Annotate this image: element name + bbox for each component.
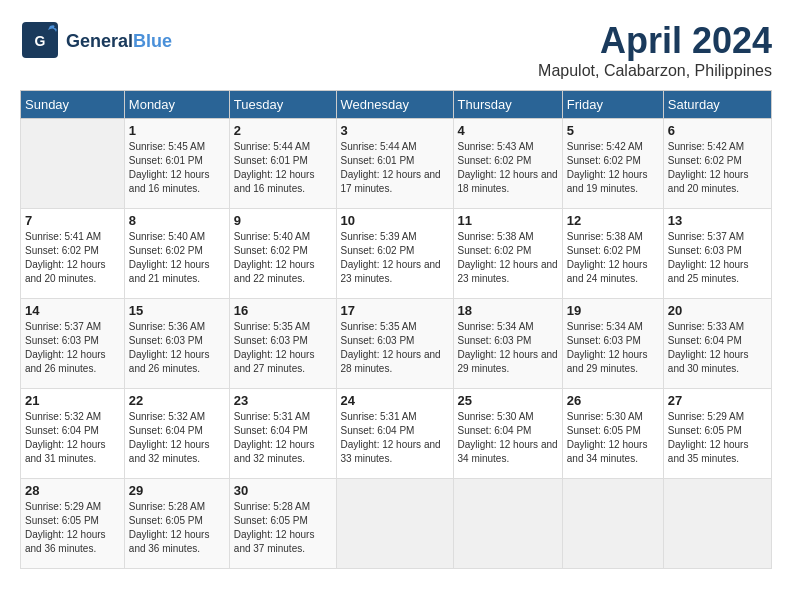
svg-text:G: G [35,33,46,49]
day-number: 8 [129,213,225,228]
day-number: 21 [25,393,120,408]
day-number: 27 [668,393,767,408]
day-info: Sunrise: 5:38 AMSunset: 6:02 PMDaylight:… [458,230,558,286]
day-cell: 17Sunrise: 5:35 AMSunset: 6:03 PMDayligh… [336,299,453,389]
day-cell: 13Sunrise: 5:37 AMSunset: 6:03 PMDayligh… [663,209,771,299]
day-info: Sunrise: 5:37 AMSunset: 6:03 PMDaylight:… [25,320,120,376]
day-info: Sunrise: 5:40 AMSunset: 6:02 PMDaylight:… [129,230,225,286]
title-section: April 2024 Mapulot, Calabarzon, Philippi… [538,20,772,80]
day-cell: 16Sunrise: 5:35 AMSunset: 6:03 PMDayligh… [229,299,336,389]
week-row-1: 1Sunrise: 5:45 AMSunset: 6:01 PMDaylight… [21,119,772,209]
day-info: Sunrise: 5:28 AMSunset: 6:05 PMDaylight:… [234,500,332,556]
day-cell [21,119,125,209]
day-cell [336,479,453,569]
day-cell: 24Sunrise: 5:31 AMSunset: 6:04 PMDayligh… [336,389,453,479]
day-info: Sunrise: 5:32 AMSunset: 6:04 PMDaylight:… [25,410,120,466]
day-info: Sunrise: 5:29 AMSunset: 6:05 PMDaylight:… [668,410,767,466]
day-cell: 29Sunrise: 5:28 AMSunset: 6:05 PMDayligh… [124,479,229,569]
day-number: 6 [668,123,767,138]
day-cell: 8Sunrise: 5:40 AMSunset: 6:02 PMDaylight… [124,209,229,299]
day-info: Sunrise: 5:44 AMSunset: 6:01 PMDaylight:… [234,140,332,196]
day-cell: 27Sunrise: 5:29 AMSunset: 6:05 PMDayligh… [663,389,771,479]
day-cell: 12Sunrise: 5:38 AMSunset: 6:02 PMDayligh… [562,209,663,299]
day-number: 12 [567,213,659,228]
day-number: 14 [25,303,120,318]
day-number: 29 [129,483,225,498]
day-info: Sunrise: 5:34 AMSunset: 6:03 PMDaylight:… [458,320,558,376]
day-number: 25 [458,393,558,408]
day-info: Sunrise: 5:38 AMSunset: 6:02 PMDaylight:… [567,230,659,286]
day-info: Sunrise: 5:31 AMSunset: 6:04 PMDaylight:… [234,410,332,466]
location: Mapulot, Calabarzon, Philippines [538,62,772,80]
header-friday: Friday [562,91,663,119]
day-cell: 18Sunrise: 5:34 AMSunset: 6:03 PMDayligh… [453,299,562,389]
day-cell: 6Sunrise: 5:42 AMSunset: 6:02 PMDaylight… [663,119,771,209]
day-number: 13 [668,213,767,228]
calendar-table: SundayMondayTuesdayWednesdayThursdayFrid… [20,90,772,569]
logo-general: General [66,31,133,51]
month-title: April 2024 [538,20,772,62]
day-cell: 11Sunrise: 5:38 AMSunset: 6:02 PMDayligh… [453,209,562,299]
day-cell: 4Sunrise: 5:43 AMSunset: 6:02 PMDaylight… [453,119,562,209]
day-cell: 30Sunrise: 5:28 AMSunset: 6:05 PMDayligh… [229,479,336,569]
week-row-3: 14Sunrise: 5:37 AMSunset: 6:03 PMDayligh… [21,299,772,389]
day-info: Sunrise: 5:42 AMSunset: 6:02 PMDaylight:… [567,140,659,196]
day-info: Sunrise: 5:33 AMSunset: 6:04 PMDaylight:… [668,320,767,376]
header-thursday: Thursday [453,91,562,119]
day-number: 30 [234,483,332,498]
day-cell: 1Sunrise: 5:45 AMSunset: 6:01 PMDaylight… [124,119,229,209]
day-number: 7 [25,213,120,228]
day-info: Sunrise: 5:36 AMSunset: 6:03 PMDaylight:… [129,320,225,376]
day-number: 19 [567,303,659,318]
day-number: 5 [567,123,659,138]
calendar-header-row: SundayMondayTuesdayWednesdayThursdayFrid… [21,91,772,119]
day-info: Sunrise: 5:40 AMSunset: 6:02 PMDaylight:… [234,230,332,286]
day-cell: 9Sunrise: 5:40 AMSunset: 6:02 PMDaylight… [229,209,336,299]
day-number: 11 [458,213,558,228]
day-info: Sunrise: 5:37 AMSunset: 6:03 PMDaylight:… [668,230,767,286]
logo-blue: Blue [133,31,172,51]
day-cell: 10Sunrise: 5:39 AMSunset: 6:02 PMDayligh… [336,209,453,299]
day-info: Sunrise: 5:30 AMSunset: 6:04 PMDaylight:… [458,410,558,466]
day-info: Sunrise: 5:35 AMSunset: 6:03 PMDaylight:… [341,320,449,376]
day-info: Sunrise: 5:42 AMSunset: 6:02 PMDaylight:… [668,140,767,196]
day-number: 20 [668,303,767,318]
day-number: 16 [234,303,332,318]
day-number: 28 [25,483,120,498]
day-number: 17 [341,303,449,318]
day-cell: 3Sunrise: 5:44 AMSunset: 6:01 PMDaylight… [336,119,453,209]
day-info: Sunrise: 5:35 AMSunset: 6:03 PMDaylight:… [234,320,332,376]
header-sunday: Sunday [21,91,125,119]
day-cell: 19Sunrise: 5:34 AMSunset: 6:03 PMDayligh… [562,299,663,389]
day-info: Sunrise: 5:32 AMSunset: 6:04 PMDaylight:… [129,410,225,466]
day-info: Sunrise: 5:45 AMSunset: 6:01 PMDaylight:… [129,140,225,196]
day-number: 24 [341,393,449,408]
day-info: Sunrise: 5:41 AMSunset: 6:02 PMDaylight:… [25,230,120,286]
header-saturday: Saturday [663,91,771,119]
day-cell: 15Sunrise: 5:36 AMSunset: 6:03 PMDayligh… [124,299,229,389]
day-cell: 22Sunrise: 5:32 AMSunset: 6:04 PMDayligh… [124,389,229,479]
logo: G GeneralBlue [20,20,172,64]
day-info: Sunrise: 5:44 AMSunset: 6:01 PMDaylight:… [341,140,449,196]
day-number: 15 [129,303,225,318]
day-cell [453,479,562,569]
day-number: 10 [341,213,449,228]
day-info: Sunrise: 5:30 AMSunset: 6:05 PMDaylight:… [567,410,659,466]
header-wednesday: Wednesday [336,91,453,119]
day-cell: 20Sunrise: 5:33 AMSunset: 6:04 PMDayligh… [663,299,771,389]
day-number: 9 [234,213,332,228]
day-number: 22 [129,393,225,408]
day-number: 1 [129,123,225,138]
day-info: Sunrise: 5:29 AMSunset: 6:05 PMDaylight:… [25,500,120,556]
day-number: 2 [234,123,332,138]
day-cell [663,479,771,569]
week-row-4: 21Sunrise: 5:32 AMSunset: 6:04 PMDayligh… [21,389,772,479]
day-cell: 28Sunrise: 5:29 AMSunset: 6:05 PMDayligh… [21,479,125,569]
day-info: Sunrise: 5:31 AMSunset: 6:04 PMDaylight:… [341,410,449,466]
week-row-5: 28Sunrise: 5:29 AMSunset: 6:05 PMDayligh… [21,479,772,569]
day-cell: 2Sunrise: 5:44 AMSunset: 6:01 PMDaylight… [229,119,336,209]
day-number: 26 [567,393,659,408]
day-info: Sunrise: 5:39 AMSunset: 6:02 PMDaylight:… [341,230,449,286]
header-tuesday: Tuesday [229,91,336,119]
day-info: Sunrise: 5:43 AMSunset: 6:02 PMDaylight:… [458,140,558,196]
